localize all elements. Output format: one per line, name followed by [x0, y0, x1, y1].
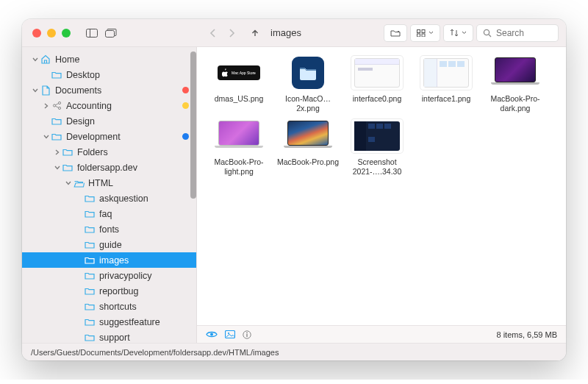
sidebar-item-label: Design	[66, 116, 95, 127]
sidebar-item-reportbug[interactable]: reportbug	[22, 283, 196, 299]
sidebar-item-faq[interactable]: faq	[22, 206, 196, 221]
svg-rect-20	[246, 334, 247, 337]
file-item[interactable]: interface1.png	[415, 56, 478, 113]
file-thumbnail	[213, 119, 265, 153]
folder-icon	[84, 270, 96, 282]
minimize-button[interactable]	[47, 29, 56, 38]
forward-button[interactable]	[223, 25, 240, 41]
file-name: interface1.png	[422, 94, 471, 104]
file-thumbnail	[282, 119, 334, 153]
quicklook-icon[interactable]	[206, 330, 218, 338]
disclosure-down-icon[interactable]	[31, 57, 40, 62]
disclosure-right-icon[interactable]	[53, 149, 62, 155]
svg-rect-7	[422, 34, 425, 37]
sidebar-item-accounting[interactable]: Accounting	[22, 98, 196, 113]
sidebar-item-support[interactable]: support	[22, 330, 196, 343]
color-tag-yellow	[182, 102, 189, 109]
file-name: MacBook-Pro-dark.png	[484, 94, 547, 113]
zoom-button[interactable]	[62, 29, 71, 38]
sidebar-item-folders[interactable]: Folders	[22, 144, 196, 160]
sidebar-item-privacypolicy[interactable]: privacypolicy	[22, 268, 196, 283]
sidebar-item-label: privacypolicy	[99, 271, 152, 281]
sidebar-item-label: Home	[55, 54, 79, 65]
sidebar-item-home[interactable]: Home	[22, 51, 196, 67]
file-name: dmas_US.png	[215, 94, 264, 104]
sidebar-item-shortcuts[interactable]: shortcuts	[22, 299, 196, 314]
sidebar-item-design[interactable]: Design	[22, 113, 196, 129]
disclosure-down-icon[interactable]	[64, 181, 73, 185]
sidebar-item-foldersapp-dev[interactable]: foldersapp.dev	[22, 160, 196, 175]
folder-icon	[62, 162, 74, 174]
file-item[interactable]: MacBook-Pro.png	[276, 119, 340, 177]
doc-icon	[40, 85, 51, 96]
folder-icon	[51, 131, 62, 143]
disclosure-down-icon[interactable]	[42, 135, 51, 139]
sidebar-item-html[interactable]: HTML	[22, 175, 196, 191]
close-button[interactable]	[32, 29, 41, 38]
color-tag-blue	[182, 133, 189, 140]
svg-point-12	[58, 107, 60, 109]
file-item[interactable]: MacBook-Pro-light.png	[207, 119, 270, 177]
file-item[interactable]: Icon-MacO…2x.png	[276, 56, 340, 113]
sidebar-item-suggestfeature[interactable]: suggestfeature	[22, 314, 196, 330]
file-item[interactable]: Screenshot 2021-….34.30	[345, 119, 409, 177]
search-field[interactable]	[476, 24, 559, 42]
file-item[interactable]: Mac App Storedmas_US.png	[207, 56, 270, 113]
sidebar-item-label: support	[99, 333, 130, 343]
file-thumbnail	[490, 56, 541, 90]
sidebar-toggle-icon[interactable]	[85, 27, 98, 39]
svg-rect-2	[106, 30, 115, 37]
home-icon	[40, 54, 51, 65]
sidebar-item-label: askquestion	[99, 193, 148, 204]
icon-grid[interactable]: Mac App Storedmas_US.pngIcon-MacO…2x.png…	[197, 47, 566, 325]
svg-point-11	[58, 102, 60, 104]
folder-action-button[interactable]	[384, 24, 407, 42]
sidebar-item-label: fonts	[99, 224, 119, 235]
sidebar-item-label: foldersapp.dev	[77, 163, 137, 173]
gallery-icon[interactable]	[225, 330, 235, 338]
sidebar-item-desktop[interactable]: Desktop	[22, 67, 196, 82]
view-mode-button[interactable]	[410, 24, 440, 42]
svg-line-14	[55, 106, 58, 107]
sidebar-item-documents[interactable]: Documents	[22, 82, 196, 98]
sidebar-item-images[interactable]: images	[22, 252, 196, 268]
svg-line-13	[55, 104, 58, 105]
info-icon[interactable]	[243, 330, 251, 339]
sidebar-item-label: faq	[99, 209, 112, 219]
svg-point-19	[246, 332, 248, 333]
sidebar-item-label: reportbug	[99, 286, 139, 296]
window-body: HomeDesktopDocumentsAccountingDesignDeve…	[22, 47, 566, 343]
folder-icon	[84, 301, 96, 313]
folder-icon	[84, 255, 96, 266]
folder-icon	[84, 316, 96, 328]
finder-window: images HomeDesktopDocumentsAccountingDes…	[22, 19, 566, 360]
sidebar-item-label: guide	[99, 240, 122, 250]
sidebar-item-askquestion[interactable]: askquestion	[22, 191, 196, 206]
disclosure-down-icon[interactable]	[31, 88, 40, 93]
sidebar-item-fonts[interactable]: fonts	[22, 221, 196, 237]
folder-icon	[84, 224, 96, 235]
sidebar-item-label: Accounting	[66, 101, 112, 111]
search-input[interactable]	[496, 28, 552, 38]
search-icon	[483, 29, 492, 38]
back-button[interactable]	[204, 25, 220, 41]
traffic-lights	[32, 29, 71, 38]
sidebar-item-guide[interactable]: guide	[22, 237, 196, 252]
disclosure-right-icon[interactable]	[42, 103, 51, 109]
sidebar-scrollbar[interactable]	[190, 51, 196, 199]
svg-rect-5	[422, 29, 425, 32]
sidebar-item-development[interactable]: Development	[22, 129, 196, 144]
up-button[interactable]	[247, 25, 263, 41]
file-thumbnail	[420, 56, 472, 90]
file-item[interactable]: MacBook-Pro-dark.png	[484, 56, 547, 113]
tabs-icon[interactable]	[104, 27, 118, 39]
disclosure-down-icon[interactable]	[53, 166, 62, 170]
sidebar-item-label: images	[99, 255, 129, 266]
color-tag-red	[182, 87, 189, 93]
sort-button[interactable]	[443, 24, 473, 42]
sidebar-item-label: Folders	[77, 147, 108, 157]
folder-icon	[84, 193, 96, 205]
file-item[interactable]: interface0.png	[345, 56, 409, 113]
file-name: Icon-MacO…2x.png	[276, 94, 340, 113]
file-thumbnail	[282, 56, 334, 90]
